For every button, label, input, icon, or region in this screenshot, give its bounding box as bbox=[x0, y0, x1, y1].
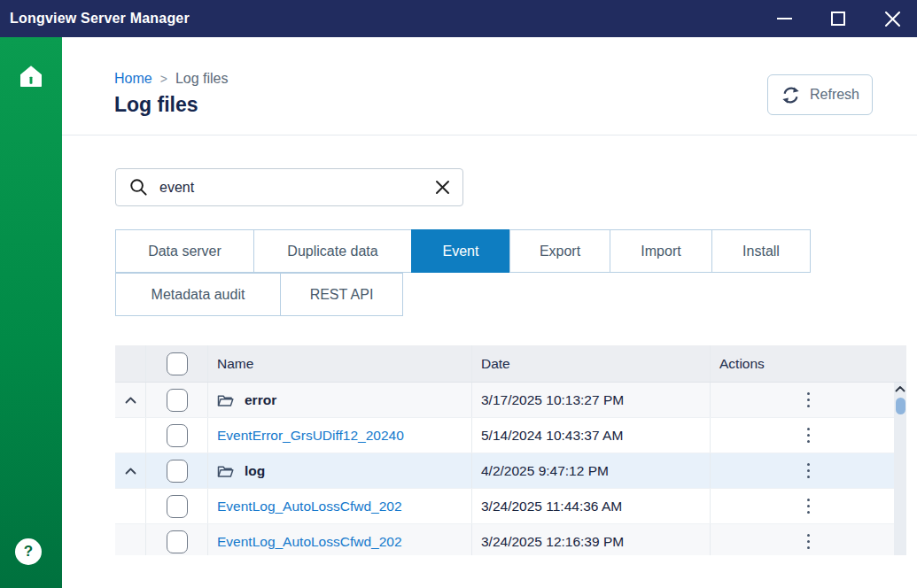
log-file-link[interactable]: EventError_GrsUDiff12_20240 bbox=[217, 428, 404, 444]
close-icon bbox=[884, 11, 901, 27]
tab-rest-api[interactable]: REST API bbox=[280, 273, 403, 316]
table-row: EventLog_AutoLossCfwd_202 3/24/2025 12:1… bbox=[115, 524, 906, 555]
log-files-table: Name Date Actions bbox=[115, 345, 906, 555]
row-checkbox[interactable] bbox=[167, 424, 188, 447]
table-row: error 3/17/2025 10:13:27 PM bbox=[115, 383, 906, 418]
refresh-icon bbox=[781, 85, 801, 105]
tab-install[interactable]: Install bbox=[711, 229, 811, 273]
minimize-icon bbox=[777, 18, 792, 19]
name-column-header: Name bbox=[208, 345, 472, 382]
kebab-menu-icon[interactable] bbox=[804, 495, 814, 518]
window-controls bbox=[773, 8, 917, 29]
tab-import[interactable]: Import bbox=[610, 229, 712, 273]
question-mark-icon: ? bbox=[24, 543, 33, 561]
tab-duplicate-data[interactable]: Duplicate data bbox=[253, 229, 412, 273]
sidebar: ? bbox=[0, 37, 62, 588]
folder-icon bbox=[217, 393, 234, 407]
chevron-up-icon bbox=[125, 397, 136, 404]
help-button[interactable]: ? bbox=[15, 538, 42, 565]
row-date: 5/14/2024 10:43:37 AM bbox=[472, 418, 711, 453]
log-file-link[interactable]: EventLog_AutoLossCfwd_202 bbox=[217, 534, 402, 550]
folder-name: error bbox=[245, 392, 276, 408]
refresh-label: Refresh bbox=[810, 87, 859, 103]
table-header-row: Name Date Actions bbox=[115, 345, 906, 383]
filter-tabs: Data server Duplicate data Event Export … bbox=[115, 229, 817, 316]
scroll-up-button[interactable] bbox=[895, 385, 905, 392]
select-all-checkbox[interactable] bbox=[167, 352, 188, 375]
row-checkbox[interactable] bbox=[167, 460, 188, 483]
row-date: 3/24/2025 12:16:39 PM bbox=[472, 524, 711, 555]
row-date: 3/24/2025 11:44:36 AM bbox=[472, 489, 711, 523]
kebab-menu-icon[interactable] bbox=[804, 460, 814, 483]
expand-column-header bbox=[115, 345, 146, 382]
close-icon bbox=[435, 180, 450, 195]
breadcrumb-separator: > bbox=[160, 72, 167, 86]
row-checkbox[interactable] bbox=[167, 389, 188, 412]
table-row: log 4/2/2025 9:47:12 PM bbox=[115, 453, 906, 489]
table-row: EventError_GrsUDiff12_20240 5/14/2024 10… bbox=[115, 418, 906, 453]
date-column-header: Date bbox=[472, 345, 711, 382]
tab-data-server[interactable]: Data server bbox=[115, 229, 254, 273]
folder-name: log bbox=[245, 463, 265, 479]
chevron-up-icon bbox=[895, 385, 905, 392]
table-row: EventLog_AutoLossCfwd_202 3/24/2025 11:4… bbox=[115, 489, 906, 524]
search-clear-button[interactable] bbox=[435, 180, 450, 195]
scrollbar-thumb[interactable] bbox=[896, 398, 905, 414]
maximize-button[interactable] bbox=[828, 8, 849, 29]
row-date: 4/2/2025 9:47:12 PM bbox=[472, 453, 711, 488]
tab-metadata-audit[interactable]: Metadata audit bbox=[115, 273, 281, 316]
sidebar-item-home[interactable] bbox=[0, 62, 62, 90]
minimize-button[interactable] bbox=[773, 8, 795, 29]
kebab-menu-icon[interactable] bbox=[804, 389, 814, 412]
window-title: Longview Server Manager bbox=[0, 11, 190, 27]
chevron-up-icon bbox=[125, 468, 136, 475]
app-window: Longview Server Manager ? bbox=[0, 0, 917, 588]
maximize-icon bbox=[831, 12, 845, 26]
breadcrumb-current: Log files bbox=[175, 71, 229, 87]
row-date: 3/17/2025 10:13:27 PM bbox=[472, 383, 711, 417]
table-scrollbar[interactable] bbox=[894, 383, 906, 555]
search-box bbox=[115, 168, 463, 206]
content-area: Home > Log files Log files Refresh bbox=[62, 37, 917, 588]
collapse-row-button[interactable] bbox=[125, 397, 136, 404]
folder-icon bbox=[217, 464, 234, 478]
home-icon bbox=[17, 62, 45, 90]
search-input[interactable] bbox=[159, 180, 424, 196]
log-file-link[interactable]: EventLog_AutoLossCfwd_202 bbox=[217, 499, 402, 514]
close-button[interactable] bbox=[882, 8, 903, 29]
row-checkbox[interactable] bbox=[167, 530, 188, 553]
row-checkbox[interactable] bbox=[167, 495, 188, 518]
kebab-menu-icon[interactable] bbox=[804, 424, 814, 447]
actions-column-header: Actions bbox=[711, 345, 906, 382]
collapse-row-button[interactable] bbox=[125, 468, 136, 475]
titlebar: Longview Server Manager bbox=[0, 0, 917, 37]
refresh-button[interactable]: Refresh bbox=[767, 74, 873, 115]
select-all-cell bbox=[146, 345, 208, 382]
kebab-menu-icon[interactable] bbox=[804, 530, 814, 553]
search-icon bbox=[128, 177, 149, 197]
tab-event[interactable]: Event bbox=[411, 229, 510, 273]
tab-export[interactable]: Export bbox=[509, 229, 610, 273]
breadcrumb-home-link[interactable]: Home bbox=[114, 71, 152, 87]
